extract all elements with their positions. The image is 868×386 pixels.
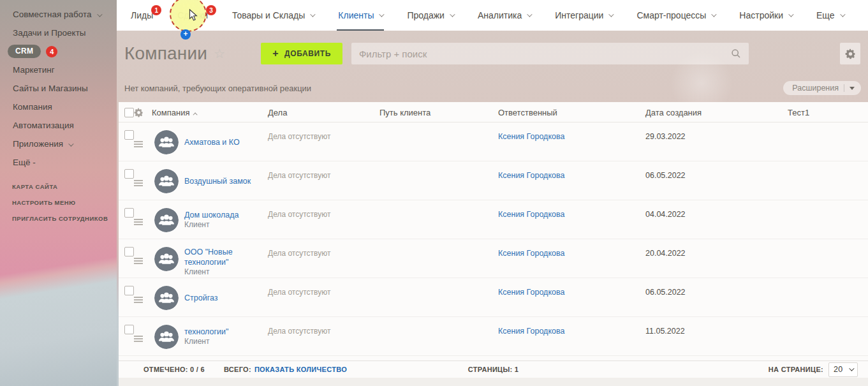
main-area: Лиды 1 Сделки 3 Товары и Склады Клиенты …: [117, 0, 868, 386]
leads-counter-badge: 1: [151, 5, 161, 15]
sidebar-item-marketing[interactable]: Маркетинг: [0, 61, 117, 79]
tab-clients[interactable]: Клиенты: [338, 0, 383, 31]
sidebar-item-company[interactable]: Компания: [0, 98, 117, 116]
page-content: Компании ☆ + ДОБАВИТЬ: [117, 31, 868, 386]
chevron-down-icon: [379, 11, 385, 17]
sidebar-item-apps[interactable]: Приложения: [0, 135, 117, 153]
table-footer: ОТМЕЧЕНО: 0 / 6 ВСЕГО: ПОКАЗАТЬ КОЛИЧЕСТ…: [119, 360, 868, 378]
column-header-deals[interactable]: Дела: [268, 108, 379, 117]
company-type-label: Клиент: [184, 220, 239, 230]
favorite-star-icon[interactable]: ☆: [214, 46, 225, 61]
row-checkbox[interactable]: [124, 247, 134, 256]
row-checkbox[interactable]: [124, 325, 134, 334]
tab-sales[interactable]: Продажи: [407, 0, 453, 31]
created-date-cell: 29.03.2022: [645, 122, 788, 141]
table-row: технологии"Клиент Дела отсутствуют Ксени…: [119, 317, 868, 356]
company-avatar[interactable]: [154, 325, 179, 349]
sidebar-item-configure-menu[interactable]: НАСТРОИТЬ МЕНЮ: [0, 195, 117, 211]
filter-search-bar[interactable]: [351, 43, 749, 64]
sidebar-item-invite-employees[interactable]: ПРИГЛАСИТЬ СОТРУДНИКОВ: [0, 211, 117, 226]
company-avatar[interactable]: [154, 208, 179, 232]
view-settings-button[interactable]: [840, 43, 860, 64]
row-menu-icon[interactable]: [134, 336, 143, 337]
search-icon: [731, 48, 741, 59]
chevron-down-icon: [712, 11, 717, 17]
caret-down-icon: [850, 87, 855, 90]
row-menu-icon[interactable]: [134, 180, 143, 181]
company-name-link[interactable]: Дом шоколада: [184, 210, 239, 220]
deals-cell: Дела отсутствуют: [268, 239, 379, 258]
company-name-link[interactable]: Стройгаз: [184, 293, 217, 303]
per-page-select[interactable]: 20: [828, 362, 858, 377]
column-header-created[interactable]: Дата создания: [645, 108, 788, 117]
row-menu-icon[interactable]: [134, 297, 143, 298]
created-date-cell: 11.05.2022: [645, 317, 788, 336]
counters-row: Нет компаний, требующих оперативной реак…: [124, 81, 861, 95]
company-name-link[interactable]: Воздушный замок: [184, 176, 251, 186]
sidebar-item-sitemap[interactable]: КАРТА САЙТА: [0, 179, 117, 195]
column-header-test1[interactable]: Тест1: [788, 108, 868, 117]
created-date-cell: 20.04.2022: [645, 239, 788, 258]
row-checkbox[interactable]: [124, 130, 134, 140]
responsible-link[interactable]: Ксения Городкова: [498, 327, 564, 336]
column-header-client-path[interactable]: Путь клиента: [379, 108, 498, 117]
responsible-link[interactable]: Ксения Городкова: [498, 249, 564, 258]
chevron-down-icon: [840, 11, 845, 17]
responsible-link[interactable]: Ксения Городкова: [498, 210, 564, 219]
tab-products-warehouses[interactable]: Товары и Склады: [232, 0, 314, 31]
sidebar-item-tasks-projects[interactable]: Задачи и Проекты: [0, 24, 117, 42]
responsible-link[interactable]: Ксения Городкова: [498, 288, 564, 297]
row-menu-icon[interactable]: [134, 141, 143, 142]
sidebar-item-more[interactable]: Ещё -: [0, 153, 117, 172]
company-name-link[interactable]: технологии": [184, 327, 228, 337]
company-avatar[interactable]: [154, 247, 179, 271]
row-checkbox[interactable]: [124, 208, 134, 218]
bitrix-crm-app: Совместная работа Задачи и Проекты CRM 4…: [0, 0, 868, 386]
row-menu-icon[interactable]: [134, 258, 143, 259]
created-date-cell: 06.05.2022: [645, 278, 788, 297]
tab-analytics[interactable]: Аналитика: [478, 0, 531, 31]
company-name-link[interactable]: Ахматова и КО: [184, 137, 240, 147]
column-header-company[interactable]: Компания: [152, 108, 268, 117]
row-checkbox[interactable]: [124, 169, 134, 179]
tab-smart-processes[interactable]: Смарт-процессы: [636, 0, 715, 31]
per-page-control: НА СТРАНИЦЕ: 20: [769, 362, 858, 377]
company-name-link[interactable]: ООО "Новые технологии": [184, 247, 260, 267]
page-title: Компании: [124, 43, 207, 64]
show-count-link[interactable]: ПОКАЗАТЬ КОЛИЧЕСТВО: [254, 366, 347, 373]
sidebar-item-automation[interactable]: Автоматизация: [0, 116, 117, 135]
company-avatar[interactable]: [154, 130, 179, 154]
tab-settings[interactable]: Настройки: [739, 0, 792, 31]
responsible-link[interactable]: Ксения Городкова: [498, 171, 564, 180]
crm-counter-badge: 4: [46, 46, 57, 57]
chevron-down-icon: [68, 141, 73, 146]
select-all-checkbox[interactable]: [124, 108, 134, 117]
total-count: ВСЕГО: ПОКАЗАТЬ КОЛИЧЕСТВО: [224, 366, 347, 373]
gear-icon: [845, 48, 856, 59]
chevron-down-icon: [310, 11, 315, 17]
column-header-responsible[interactable]: Ответственный: [498, 108, 645, 117]
sidebar-item-collaboration[interactable]: Совместная работа: [0, 5, 117, 24]
search-input[interactable]: [359, 48, 731, 59]
responsible-link[interactable]: Ксения Городкова: [498, 132, 564, 141]
sidebar-item-crm[interactable]: CRM 4: [0, 42, 117, 61]
add-nav-item-button[interactable]: +: [180, 29, 191, 40]
created-date-cell: 06.05.2022: [645, 161, 788, 180]
tab-more[interactable]: Еще: [816, 0, 844, 31]
sidebar-item-sites-stores[interactable]: Сайты и Магазины: [0, 79, 117, 98]
tab-leads[interactable]: Лиды 1: [131, 0, 153, 31]
crm-top-navigation: Лиды 1 Сделки 3 Товары и Склады Клиенты …: [117, 0, 868, 31]
gear-icon[interactable]: [134, 108, 143, 117]
row-menu-icon[interactable]: [134, 219, 143, 220]
deals-counter-badge: 3: [206, 5, 216, 15]
row-checkbox[interactable]: [124, 286, 134, 295]
tab-deals[interactable]: Сделки 3: [177, 0, 208, 31]
table-row: ООО "Новые технологии"Клиент Дела отсутс…: [119, 239, 868, 278]
extensions-button[interactable]: Расширения: [783, 81, 861, 95]
deals-cell: Дела отсутствуют: [268, 161, 379, 180]
add-company-button[interactable]: + ДОБАВИТЬ: [261, 43, 342, 64]
counters-notice: Нет компаний, требующих оперативной реак…: [124, 84, 311, 93]
company-avatar[interactable]: [154, 286, 179, 310]
tab-integrations[interactable]: Интеграции: [555, 0, 612, 31]
company-avatar[interactable]: [154, 169, 179, 193]
